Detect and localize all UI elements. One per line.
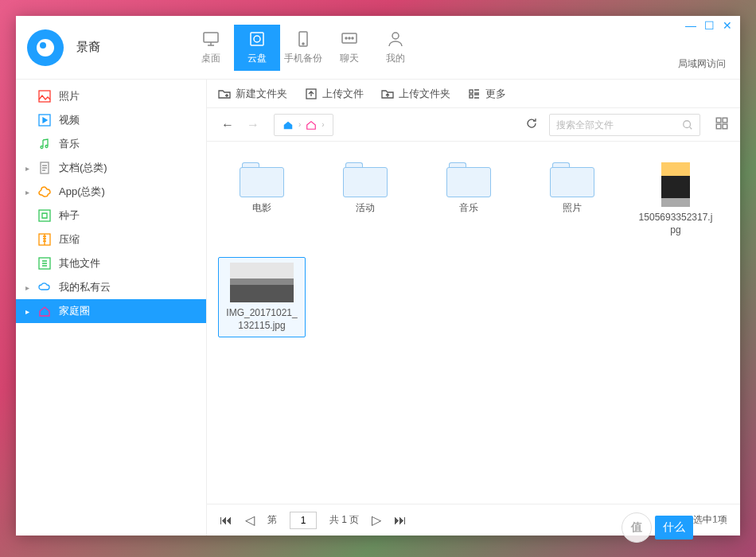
back-button[interactable]: ←	[218, 118, 237, 132]
sidebar-label: 其他文件	[59, 256, 100, 271]
sidebar-item-apps[interactable]: App(总类)	[16, 180, 206, 204]
toolbar-label: 新建文件夹	[236, 87, 287, 101]
minimize-button[interactable]: —	[685, 19, 696, 32]
sidebar-item-private-cloud[interactable]: 我的私有云	[16, 275, 206, 299]
document-icon	[38, 162, 51, 174]
next-page-button[interactable]: ▷	[372, 512, 381, 528]
forward-button[interactable]: →	[244, 118, 263, 132]
sidebar-label: 我的私有云	[59, 280, 111, 294]
folder-item[interactable]: 照片	[528, 158, 616, 241]
new-folder-button[interactable]: 新建文件夹	[218, 87, 287, 101]
folder-icon	[240, 162, 284, 197]
search-box[interactable]	[549, 114, 700, 136]
breadcrumb[interactable]: › ›	[274, 114, 333, 136]
file-label: 1505693352317.jpg	[637, 212, 715, 236]
view-toggle-button[interactable]	[715, 116, 729, 133]
sidebar-item-other[interactable]: 其他文件	[16, 251, 206, 275]
app-icon	[38, 185, 51, 198]
svg-rect-10	[39, 91, 50, 102]
sidebar-label: 音乐	[59, 137, 80, 151]
svg-point-9	[392, 33, 399, 39]
tab-label: 聊天	[340, 52, 359, 65]
image-thumbnail	[230, 263, 294, 302]
main-panel: 新建文件夹 上传文件 上传文件夹 更多 ← →	[207, 80, 740, 536]
more-button[interactable]: 更多	[468, 87, 506, 101]
upload-folder-button[interactable]: 上传文件夹	[381, 87, 450, 101]
svg-point-8	[352, 37, 353, 39]
tab-label: 云盘	[247, 52, 267, 65]
upload-folder-icon	[381, 88, 394, 100]
tab-mine[interactable]: 我的	[372, 25, 419, 71]
sidebar-label: 视频	[59, 113, 80, 127]
titlebar: 景裔 桌面 云盘 手机备份 聊天 我的	[16, 16, 740, 80]
sidebar-item-music[interactable]: 音乐	[16, 132, 206, 156]
image-item[interactable]: IMG_20171021_132115.jpg	[218, 257, 306, 337]
watermark-chip: 什么	[655, 516, 693, 539]
svg-rect-25	[723, 124, 727, 129]
cloud-icon	[38, 281, 51, 294]
file-label: 照片	[563, 202, 582, 215]
toolbar-label: 上传文件夹	[399, 87, 450, 101]
breadcrumb-separator: ›	[298, 120, 301, 129]
sidebar-item-torrent[interactable]: 种子	[16, 204, 206, 228]
app-window: 景裔 桌面 云盘 手机备份 聊天 我的	[16, 16, 740, 536]
svg-rect-0	[204, 33, 218, 42]
sidebar-label: 种子	[59, 208, 80, 223]
sidebar-item-family[interactable]: 家庭圈	[16, 299, 206, 323]
file-label: 音乐	[459, 202, 478, 215]
image-item[interactable]: 1505693352317.jpg	[632, 158, 719, 241]
tab-cloud-disk[interactable]: 云盘	[234, 25, 280, 71]
search-icon	[682, 119, 693, 130]
tab-chat[interactable]: 聊天	[326, 25, 372, 71]
sidebar-item-photos[interactable]: 照片	[16, 84, 206, 108]
window-controls: — ☐ ✕	[685, 19, 732, 32]
seed-icon	[38, 209, 51, 222]
page-input[interactable]	[290, 512, 317, 529]
svg-rect-15	[39, 210, 50, 221]
close-button[interactable]: ✕	[723, 19, 732, 32]
search-input[interactable]	[556, 119, 682, 130]
music-icon	[38, 138, 51, 150]
logo-wrap: 景裔	[27, 29, 100, 66]
sidebar-item-video[interactable]: 视频	[16, 108, 206, 132]
tab-phone-backup[interactable]: 手机备份	[280, 25, 326, 71]
sidebar-label: 照片	[59, 89, 80, 103]
tab-desktop[interactable]: 桌面	[188, 25, 234, 71]
folder-item[interactable]: 活动	[321, 158, 409, 241]
maximize-button[interactable]: ☐	[704, 19, 715, 32]
toolbar: 新建文件夹 上传文件 上传文件夹 更多	[207, 80, 740, 108]
sidebar-label: 文档(总类)	[59, 161, 107, 175]
watermark-badge: 值	[622, 512, 652, 543]
upload-file-icon	[305, 88, 318, 100]
watermark-text: 值得买	[696, 520, 732, 536]
phone-icon	[294, 29, 313, 49]
folder-icon	[446, 162, 491, 197]
folder-item[interactable]: 音乐	[425, 158, 512, 241]
sidebar-label: App(总类)	[59, 185, 105, 199]
sidebar-item-docs[interactable]: 文档(总类)	[16, 156, 206, 180]
folder-icon	[550, 162, 594, 197]
last-page-button[interactable]: ⏭	[394, 513, 407, 528]
folder-item[interactable]: 电影	[218, 158, 306, 241]
navbar: ← → › ›	[207, 108, 740, 142]
toolbar-label: 上传文件	[322, 87, 364, 101]
person-icon	[386, 29, 405, 49]
first-page-button[interactable]: ⏮	[220, 513, 232, 528]
upload-file-button[interactable]: 上传文件	[305, 87, 364, 101]
lan-access-link[interactable]: 局域网访问	[678, 57, 726, 71]
photo-icon	[38, 90, 51, 103]
refresh-icon	[525, 117, 538, 130]
grid-view-icon	[715, 116, 729, 130]
svg-rect-23	[723, 118, 727, 123]
sidebar-item-archive[interactable]: 压缩	[16, 228, 206, 251]
refresh-button[interactable]	[525, 117, 538, 132]
page-total: 共 1 页	[329, 513, 359, 527]
svg-point-13	[45, 146, 48, 148]
svg-point-6	[345, 37, 347, 39]
tab-label: 手机备份	[284, 52, 322, 65]
home-family-icon	[306, 119, 317, 130]
home-root-icon	[283, 119, 294, 130]
prev-page-button[interactable]: ◁	[245, 512, 255, 528]
svg-point-2	[254, 36, 260, 42]
breadcrumb-separator: ›	[321, 120, 324, 129]
